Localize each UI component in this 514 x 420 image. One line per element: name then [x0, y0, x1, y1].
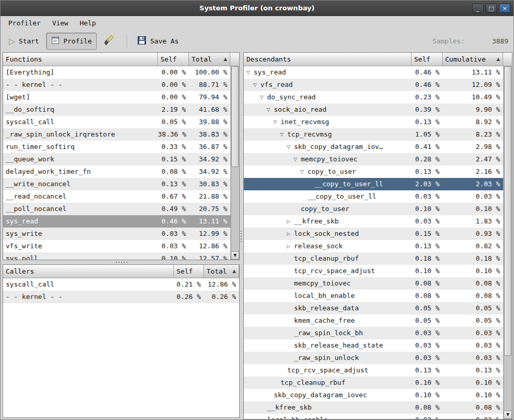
function-row[interactable]: __read_nocancel 0.67 % 21.88 %	[3, 190, 230, 203]
menu-view[interactable]: View	[47, 17, 74, 29]
function-row[interactable]: __write_nocancel 0.13 % 30.83 %	[3, 178, 230, 190]
descendant-row[interactable]: local_bh_enable 0.03 % 0.03 %	[244, 414, 503, 419]
tree-expander-icon[interactable]: ▽	[260, 91, 267, 103]
function-self-cell: 2.19 %	[158, 103, 189, 116]
tree-expander-icon[interactable]: ▽	[300, 166, 307, 178]
close-button[interactable]: ×	[499, 4, 510, 13]
descendants-column-header[interactable]: Descendants	[244, 53, 412, 66]
tree-expander-icon[interactable]: ▽	[246, 66, 254, 79]
descendant-row[interactable]: local_bh_enable 0.08 % 0.08 %	[244, 290, 503, 302]
tree-expander-icon[interactable]: ▽	[253, 79, 260, 91]
minimize-button[interactable]: _	[472, 4, 483, 13]
maximize-button[interactable]: □	[486, 4, 497, 13]
descendant-row[interactable]: ▽ vfs_read 0.46 % 12.09 %	[244, 79, 503, 91]
descendant-row[interactable]: _raw_spin_lock_bh 0.03 % 0.03 %	[244, 327, 503, 339]
descendant-cumulative-cell: 0.10 %	[443, 265, 503, 277]
descendant-row[interactable]: __kfree_skb 0.08 % 0.08 %	[244, 401, 503, 414]
caller-row[interactable]: - - kernel - - 0.26 % 0.26 %	[3, 291, 239, 303]
scrollbar-thumb[interactable]	[231, 66, 239, 167]
function-row[interactable]: _raw_spin_unlock_irqrestore 38.36 % 38.8…	[3, 128, 230, 141]
descendant-row[interactable]: ▽ sys_read 0.46 % 13.11 %	[244, 66, 503, 79]
vertical-splitter[interactable]	[239, 52, 243, 419]
function-row[interactable]: __poll_nocancel 0.49 % 20.75 %	[3, 203, 230, 215]
functions-column-header[interactable]: Functions	[3, 53, 158, 66]
splitter-grip-icon	[121, 262, 122, 263]
function-row[interactable]: run_timer_softirq 0.33 % 36.87 %	[3, 141, 230, 153]
function-total-cell: 20.75 %	[189, 203, 230, 215]
descendant-row[interactable]: ▽ memcpy_toiovec 0.28 % 2.47 %	[244, 153, 503, 166]
function-row[interactable]: delayed_work_timer_fn 0.08 % 34.92 %	[3, 166, 230, 178]
descendant-self-cell: 2.03 %	[412, 178, 443, 190]
callers-self-column-header[interactable]: Self	[174, 265, 204, 278]
descendant-row[interactable]: tcp_rcv_space_adjust 0.13 % 0.13 %	[244, 364, 503, 377]
functions-scrollbar[interactable]: ▼	[230, 66, 239, 260]
descendant-name: local_bh_enable	[267, 414, 328, 419]
descendant-row[interactable]: memcpy_toiovec 0.08 % 0.08 %	[244, 277, 503, 290]
tree-expander-icon[interactable]: ▽	[267, 103, 274, 116]
descendant-row[interactable]: ▽ sock_aio_read 0.39 % 9.90 %	[244, 103, 503, 116]
descendant-row[interactable]: ▽ inet_recvmsg 0.13 % 8.92 %	[244, 116, 503, 128]
descendant-row[interactable]: tcp_rcv_space_adjust 0.10 % 0.10 %	[244, 265, 503, 277]
self-column-label: Self	[160, 53, 177, 66]
function-row[interactable]: [Everything] 0.00 % 100.00 %	[3, 66, 230, 79]
function-row[interactable]: sys_read 0.46 % 13.11 %	[3, 215, 230, 228]
descendant-row[interactable]: skb_release_head_state 0.03 % 0.03 %	[244, 339, 503, 352]
descendant-row[interactable]: ▽ skb_copy_datagram_iov… 0.41 % 2.98 %	[244, 141, 503, 153]
function-row[interactable]: __do_softirq 2.19 % 41.68 %	[3, 103, 230, 116]
descendants-cumulative-column-header[interactable]: Cumulative▲	[443, 53, 503, 66]
function-row[interactable]: syscall_call 0.05 % 39.88 %	[3, 116, 230, 128]
descendant-name: inet_recvmsg	[281, 116, 329, 128]
descendant-row[interactable]: tcp_cleanup_rbuf 0.18 % 0.18 %	[244, 252, 503, 265]
descendant-row[interactable]: ▽ tcp_recvmsg 1.05 % 8.23 %	[244, 128, 503, 141]
descendant-row[interactable]: tcp_cleanup_rbuf 0.10 % 0.10 %	[244, 377, 503, 389]
functions-self-column-header[interactable]: Self	[158, 53, 189, 66]
tree-expander-icon[interactable]: ▷	[287, 228, 294, 240]
tree-expander-icon[interactable]: ▷	[287, 215, 294, 228]
descendant-row[interactable]: copy_to_user 0.10 % 0.10 %	[244, 203, 503, 215]
callers-total-column-header[interactable]: Total▲	[204, 265, 239, 278]
menu-profiler[interactable]: Profiler	[3, 17, 47, 29]
descendant-row[interactable]: ▷ lock_sock_nested 0.15 % 0.93 %	[244, 228, 503, 240]
tree-expander-icon[interactable]: ▽	[293, 153, 301, 166]
caller-total-cell: 12.86 %	[204, 278, 239, 291]
descendant-row[interactable]: skb_copy_datagram_iovec 0.10 % 0.10 %	[244, 389, 503, 401]
save-as-button[interactable]: Save As	[132, 32, 184, 50]
descendants-self-column-header[interactable]: Self	[412, 53, 443, 66]
function-row[interactable]: sys_write 0.03 % 12.99 %	[3, 228, 230, 240]
descendant-row[interactable]: ▽ do_sync_read 0.23 % 10.49 %	[244, 91, 503, 103]
reset-button[interactable]	[99, 31, 121, 51]
scrollbar-thumb[interactable]	[504, 66, 511, 356]
descendant-name-cell: ▽ do_sync_read	[244, 91, 412, 103]
titlebar[interactable]: System Profiler (on crownbay) _ □ ×	[1, 1, 513, 16]
descendant-row[interactable]: kmem_cache_free 0.05 % 0.05 %	[244, 314, 503, 327]
descendant-row[interactable]: ▽ copy_to_user 0.13 % 2.16 %	[244, 166, 503, 178]
function-row[interactable]: __queue_work 0.15 % 34.92 %	[3, 153, 230, 166]
start-button[interactable]: ▷ Start	[4, 34, 44, 49]
functions-total-column-header[interactable]: Total▲	[189, 53, 230, 66]
tree-expander-icon[interactable]: ▽	[287, 141, 294, 153]
profile-toggle-button[interactable]: Profile	[46, 33, 97, 50]
descendant-cumulative-cell: 0.03 %	[443, 190, 503, 203]
descendant-row[interactable]: ▷ __kfree_skb 0.03 % 1.83 %	[244, 215, 503, 228]
scroll-down-button[interactable]: ▼	[231, 251, 239, 260]
tree-expander-icon[interactable]: ▽	[273, 116, 281, 128]
maximize-icon: □	[489, 6, 494, 11]
descendant-row[interactable]: __copy_to_user_ll 0.03 % 0.03 %	[244, 190, 503, 203]
horizontal-splitter[interactable]	[3, 260, 240, 264]
tree-expander-icon[interactable]: ▷	[287, 240, 294, 252]
descendant-row[interactable]: __copy_to_user_ll 2.03 % 2.03 %	[244, 178, 503, 190]
descendant-row[interactable]: skb_release_data 0.05 % 0.05 %	[244, 302, 503, 314]
callers-column-header[interactable]: Callers	[3, 265, 174, 278]
menu-help[interactable]: Help	[74, 17, 101, 29]
descendant-row[interactable]: _raw_spin_unlock 0.03 % 0.03 %	[244, 352, 503, 364]
function-row[interactable]: - - kernel - - 0.00 % 88.71 %	[3, 79, 230, 91]
function-total-cell: 36.87 %	[189, 141, 230, 153]
function-row[interactable]: vfs_write 0.03 % 12.86 %	[3, 240, 230, 252]
scroll-down-button[interactable]: ▼	[504, 411, 512, 419]
caller-row[interactable]: syscall_call 0.21 % 12.86 %	[3, 278, 239, 291]
function-row[interactable]: [wget] 0.00 % 79.94 %	[3, 91, 230, 103]
descendant-row[interactable]: ▷ release_sock 0.13 % 0.82 %	[244, 240, 503, 252]
function-row[interactable]: sys_poll 0.10 % 12.57 %	[3, 252, 230, 260]
descendants-scrollbar[interactable]: ▼	[503, 66, 512, 419]
tree-expander-icon[interactable]: ▽	[280, 128, 287, 141]
